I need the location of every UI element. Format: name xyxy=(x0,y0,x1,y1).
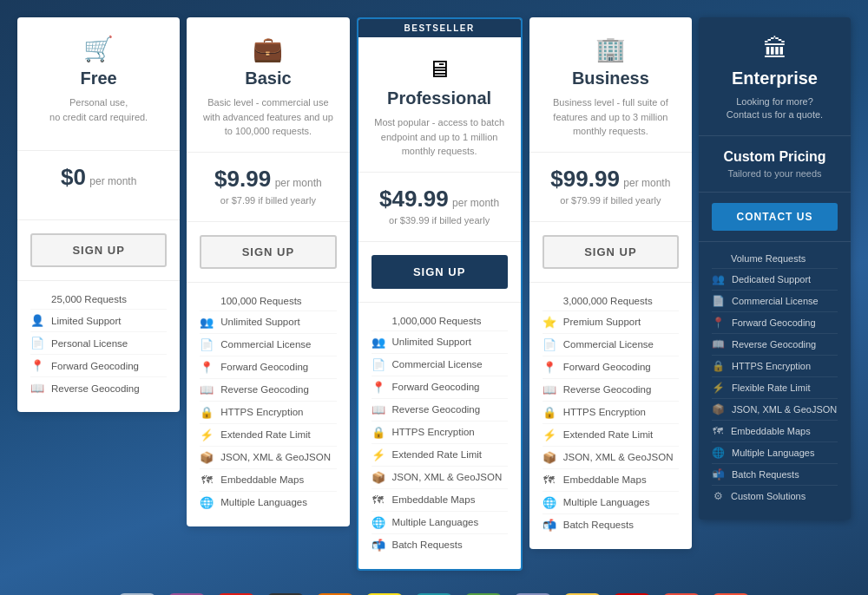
enterprise-feature-text: HTTPS Encryption xyxy=(732,361,811,371)
enterprise-feature-item: ⚙ Custom Solutions xyxy=(712,486,838,507)
enterprise-feature-item: 📬 Batch Requests xyxy=(712,464,838,486)
feature-icon: 📖 xyxy=(542,383,556,396)
enterprise-feature-icon: 👥 xyxy=(712,273,725,285)
feature-item: 📬 Batch Requests xyxy=(542,514,679,536)
enterprise-feature-icon: 📄 xyxy=(712,295,725,307)
feature-icon: 🌐 xyxy=(372,516,385,529)
plan-icon-professional: 🖥 xyxy=(372,55,508,83)
feature-icon: 📄 xyxy=(200,338,214,351)
feature-text: Forward Geocoding xyxy=(220,362,308,372)
feature-text: Limited Support xyxy=(51,316,122,326)
feature-icon: 📦 xyxy=(542,451,556,464)
feature-item: 🌐 Multiple Languages xyxy=(372,512,508,534)
enterprise-feature-text: Forward Geocoding xyxy=(732,317,816,328)
feature-item: 📍 Forward Geocoding xyxy=(372,376,508,399)
enterprise-pricing-sub: Tailored to your needs xyxy=(712,168,838,179)
feature-item: ⚡ Extended Rate Limit xyxy=(542,424,679,447)
enterprise-feature-icon: 🔒 xyxy=(712,360,725,372)
enterprise-cta: CONTACT US xyxy=(699,193,851,242)
feature-item: 🔒 HTTPS Encryption xyxy=(200,402,336,424)
plan-card-basic: 💼 Basic Basic level - commercial use wit… xyxy=(187,17,349,526)
feature-text: Batch Requests xyxy=(563,520,634,530)
plan-description-professional: Most popular - access to batch endpoint … xyxy=(372,115,508,159)
plan-header-professional: 🖥 Professional Most popular - access to … xyxy=(358,37,521,173)
signup-button-free[interactable]: SIGN UP xyxy=(30,233,167,267)
enterprise-feature-item: 📖 Reverse Geocoding xyxy=(712,334,838,356)
feature-icon: 🌐 xyxy=(542,496,556,509)
signup-button-business[interactable]: SIGN UP xyxy=(542,235,679,269)
feature-text: Reverse Geocoding xyxy=(220,384,309,395)
contact-us-button[interactable]: CONTACT US xyxy=(712,203,838,231)
enterprise-pricing-title: Custom Pricing xyxy=(712,149,838,165)
feature-icon: 👤 xyxy=(30,314,44,327)
feature-text: Multiple Languages xyxy=(220,497,307,507)
feature-text: JSON, XML & GeoJSON xyxy=(220,452,331,462)
logos-section: CC#A🐧☕JS~⬡PHP🐍🐉💎🐦 xyxy=(0,578,868,596)
feature-icon: 🌐 xyxy=(200,496,214,509)
feature-item: ⚡ Extended Rate Limit xyxy=(372,444,508,467)
feature-item: 📄 Commercial License xyxy=(372,354,508,376)
price-main-free: $0 per month xyxy=(30,164,167,191)
plan-price-business: $99.99 per month or $79.99 if billed yea… xyxy=(529,153,692,222)
feature-icon: 🗺 xyxy=(372,494,385,507)
feature-item: 1,000,000 Requests xyxy=(372,311,508,331)
feature-item: 📄 Personal License xyxy=(30,332,167,355)
feature-item: 👥 Unlimited Support xyxy=(200,311,336,334)
feature-icon: 📍 xyxy=(372,381,385,394)
feature-item: 📦 JSON, XML & GeoJSON xyxy=(200,447,336,469)
signup-button-professional[interactable]: SIGN UP xyxy=(372,255,508,289)
feature-item: 25,000 Requests xyxy=(30,290,167,310)
enterprise-feature-item: 📦 JSON, XML & GeoJSON xyxy=(712,399,838,421)
feature-text: Multiple Languages xyxy=(563,497,650,507)
feature-icon: 🔒 xyxy=(372,426,385,439)
feature-item: 🗺 Embeddable Maps xyxy=(372,489,508,512)
feature-icon: 📦 xyxy=(200,451,214,464)
feature-icon: 👥 xyxy=(372,336,385,349)
feature-text: Reverse Geocoding xyxy=(51,383,140,394)
plan-description-free: Personal use,no credit card required. xyxy=(30,95,167,137)
enterprise-feature-icon: 📬 xyxy=(712,468,725,481)
plan-price-free: $0 per month xyxy=(17,151,180,220)
enterprise-feature-icon: ⚙ xyxy=(712,490,724,502)
feature-icon: 📖 xyxy=(30,382,44,395)
enterprise-tagline: Looking for more?Contact us for a quote. xyxy=(712,95,838,122)
feature-text: Forward Geocoding xyxy=(563,362,651,372)
feature-text: 100,000 Requests xyxy=(220,296,301,306)
feature-text: Commercial License xyxy=(563,339,654,350)
enterprise-features: Volume Requests 👥 Dedicated Support 📄 Co… xyxy=(699,242,851,520)
feature-text: Commercial License xyxy=(392,359,483,369)
enterprise-feature-item: 📍 Forward Geocoding xyxy=(712,312,838,334)
enterprise-feature-item: 👥 Dedicated Support xyxy=(712,269,838,291)
enterprise-feature-item: Volume Requests xyxy=(712,249,838,269)
feature-icon: 📍 xyxy=(30,359,44,372)
feature-item: ⚡ Extended Rate Limit xyxy=(200,424,336,447)
bestseller-badge: BESTSELLER xyxy=(358,19,521,37)
signup-button-basic[interactable]: SIGN UP xyxy=(200,235,336,269)
plan-price-basic: $9.99 per month or $7.99 if billed yearl… xyxy=(187,153,349,222)
enterprise-feature-icon: 📖 xyxy=(712,338,725,350)
plan-name-free: Free xyxy=(30,69,167,88)
price-main-professional: $49.99 per month xyxy=(372,186,508,212)
page-wrapper: 🛒 Free Personal use,no credit card requi… xyxy=(0,0,868,595)
feature-icon: 📄 xyxy=(542,338,556,351)
plan-icon-business: 🏢 xyxy=(542,35,679,63)
feature-icon: 🔒 xyxy=(542,406,556,419)
feature-text: Premium Support xyxy=(563,317,641,327)
plans-container: 🛒 Free Personal use,no credit card requi… xyxy=(17,17,851,571)
enterprise-feature-text: Dedicated Support xyxy=(732,274,811,284)
enterprise-feature-text: Volume Requests xyxy=(731,253,806,264)
price-yearly-professional: or $39.99 if billed yearly xyxy=(372,215,508,226)
feature-item: 👥 Unlimited Support xyxy=(372,331,508,354)
feature-text: Reverse Geocoding xyxy=(563,384,652,395)
enterprise-feature-icon: 🗺 xyxy=(712,425,724,437)
plan-cta-business: SIGN UP xyxy=(529,222,692,283)
feature-text: 1,000,000 Requests xyxy=(392,316,482,326)
feature-item: 📍 Forward Geocoding xyxy=(30,355,167,377)
feature-icon: ⚡ xyxy=(200,428,214,441)
feature-item: 🌐 Multiple Languages xyxy=(200,492,336,513)
feature-item: 📄 Commercial License xyxy=(200,334,336,356)
feature-text: Extended Rate Limit xyxy=(563,429,654,440)
plan-icon-basic: 💼 xyxy=(200,35,336,63)
enterprise-feature-text: Commercial License xyxy=(732,296,819,306)
feature-item: 📍 Forward Geocoding xyxy=(542,356,679,379)
